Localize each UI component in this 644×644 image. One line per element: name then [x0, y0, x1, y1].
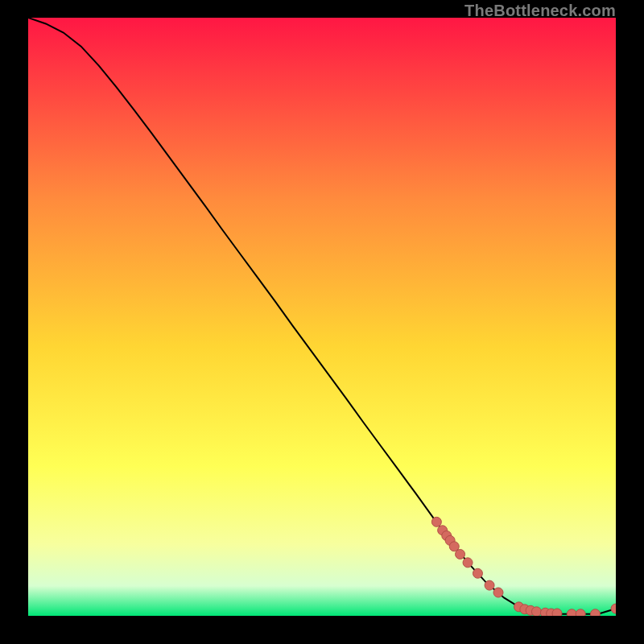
data-point — [463, 558, 473, 568]
data-point — [567, 609, 576, 616]
data-point — [576, 609, 585, 616]
data-point — [431, 517, 441, 526]
data-point — [473, 568, 482, 578]
data-point — [456, 549, 465, 559]
plot-area — [28, 18, 616, 616]
data-point — [485, 580, 494, 590]
data-point — [493, 588, 503, 597]
chart-stage: TheBottleneck.com — [0, 0, 644, 644]
data-point — [552, 609, 562, 616]
chart-svg — [28, 18, 616, 616]
gradient-background — [28, 18, 616, 616]
data-point — [590, 609, 600, 616]
data-point — [531, 607, 541, 616]
